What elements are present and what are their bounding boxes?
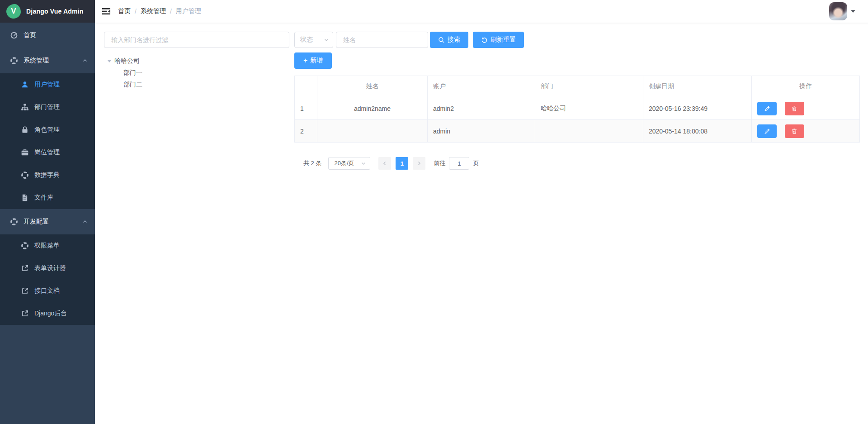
edit-pencil-icon xyxy=(764,128,770,134)
department-filter-input[interactable] xyxy=(104,32,289,48)
logo-letter: V xyxy=(11,7,16,16)
sidebar-item-permission-menu[interactable]: 权限菜单 xyxy=(0,234,95,257)
app-title: Django Vue Admin xyxy=(26,8,84,15)
briefcase-icon xyxy=(21,148,29,157)
chevron-up-icon xyxy=(82,58,88,63)
sidebar-item-label: Django后台 xyxy=(34,310,67,318)
menu-icon xyxy=(21,242,29,250)
breadcrumb-current: 用户管理 xyxy=(176,7,201,15)
sidebar-item-files[interactable]: 文件库 xyxy=(0,186,95,209)
sidebar-item-label: 表单设计器 xyxy=(34,264,66,272)
edit-button[interactable] xyxy=(757,124,777,138)
cell-index: 1 xyxy=(295,97,317,120)
sidebar-item-label: 文件库 xyxy=(34,194,53,202)
external-link-icon xyxy=(21,264,29,272)
goto-page: 前往 页 xyxy=(434,157,479,170)
document-icon xyxy=(21,194,29,202)
user-table-panel: 状态 搜索 刷新重置 + 新增 xyxy=(294,32,860,170)
delete-button[interactable] xyxy=(785,124,804,138)
edit-pencil-icon xyxy=(764,105,770,112)
cell-actions xyxy=(752,120,860,143)
sidebar-item-label: 用户管理 xyxy=(34,81,60,89)
submenu-system: 用户管理 部门管理 角色管理 岗位管理 数据字典 xyxy=(0,73,95,209)
trash-icon xyxy=(791,105,797,112)
next-page-button[interactable] xyxy=(413,157,425,170)
breadcrumb-system[interactable]: 系统管理 xyxy=(141,7,166,15)
cell-index: 2 xyxy=(295,120,317,143)
status-select[interactable]: 状态 xyxy=(294,32,333,48)
breadcrumb: 首页 / 系统管理 / 用户管理 xyxy=(118,7,201,15)
trash-icon xyxy=(791,128,797,134)
cell-created: 2020-05-14 18:00:08 xyxy=(643,120,752,143)
tree-node-root[interactable]: 哈哈公司 xyxy=(104,55,289,67)
sidebar-item-roles[interactable]: 角色管理 xyxy=(0,119,95,141)
add-button-label: 新增 xyxy=(310,57,323,65)
filter-toolbar: 状态 搜索 刷新重置 xyxy=(294,32,860,48)
tree-node-child[interactable]: 部门二 xyxy=(104,79,289,91)
page-number-active[interactable]: 1 xyxy=(396,157,408,170)
sidebar-menu: 首页 系统管理 用户管理 部门管理 角色管理 xyxy=(0,23,95,424)
sidebar-item-django-admin[interactable]: Django后台 xyxy=(0,302,95,325)
breadcrumb-home[interactable]: 首页 xyxy=(118,7,131,15)
delete-button[interactable] xyxy=(785,102,804,115)
chevron-down-icon xyxy=(361,161,366,166)
breadcrumb-separator: / xyxy=(170,8,172,15)
tree-node-child[interactable]: 部门一 xyxy=(104,67,289,79)
sidebar-item-api-docs[interactable]: 接口文档 xyxy=(0,280,95,302)
sidebar-item-form-designer[interactable]: 表单设计器 xyxy=(0,257,95,280)
sidebar-group-system[interactable]: 系统管理 xyxy=(0,48,95,73)
sidebar-group-label: 开发配置 xyxy=(24,218,49,226)
refresh-icon xyxy=(481,37,488,43)
col-header-account: 账户 xyxy=(428,76,535,97)
sidebar-group-devconfig[interactable]: 开发配置 xyxy=(0,209,95,234)
page-content: 哈哈公司 部门一 部门二 状态 xyxy=(95,23,868,424)
vue-logo-icon: V xyxy=(6,4,21,19)
sidebar: V Django Vue Admin 首页 系统管理 用户管理 xyxy=(0,0,95,424)
tree-node-label: 部门二 xyxy=(123,81,142,89)
sidebar-collapse-icon[interactable] xyxy=(102,7,111,16)
table-row: 2 admin 2020-05-14 18:00:08 xyxy=(295,120,860,143)
col-header-index xyxy=(295,76,317,97)
name-filter-input[interactable] xyxy=(336,32,428,48)
caret-down-icon[interactable] xyxy=(851,10,855,13)
tree-node-label: 哈哈公司 xyxy=(114,57,140,65)
external-link-icon xyxy=(21,310,29,318)
refresh-button-label: 刷新重置 xyxy=(491,36,516,44)
sidebar-group-label: 系统管理 xyxy=(24,57,49,65)
sidebar-item-users[interactable]: 用户管理 xyxy=(0,73,95,96)
sidebar-item-label: 权限菜单 xyxy=(34,242,60,250)
tree-node-label: 部门一 xyxy=(123,69,142,77)
table-header-row: 姓名 账户 部门 创建日期 操作 xyxy=(295,76,860,97)
app-window: V Django Vue Admin 首页 系统管理 用户管理 xyxy=(0,0,868,424)
sidebar-item-home[interactable]: 首页 xyxy=(0,23,95,48)
dashboard-icon xyxy=(10,31,18,39)
cell-dept xyxy=(535,120,643,143)
col-header-actions: 操作 xyxy=(752,76,860,97)
goto-page-input[interactable] xyxy=(449,157,469,170)
page-size-select[interactable]: 20条/页 xyxy=(328,157,370,170)
submenu-devconfig: 权限菜单 表单设计器 接口文档 Django后台 xyxy=(0,234,95,325)
chevron-up-icon xyxy=(82,219,88,224)
logo-area[interactable]: V Django Vue Admin xyxy=(0,0,95,23)
refresh-reset-button[interactable]: 刷新重置 xyxy=(473,32,524,48)
prev-page-button[interactable] xyxy=(378,157,391,170)
page-size-value: 20条/页 xyxy=(334,159,354,167)
component-icon xyxy=(10,57,18,65)
tree-expand-icon[interactable] xyxy=(107,60,112,62)
sidebar-item-label: 部门管理 xyxy=(34,103,60,111)
search-button-label: 搜索 xyxy=(448,36,460,44)
cell-account: admin2 xyxy=(428,97,535,120)
external-link-icon xyxy=(21,287,29,295)
sidebar-item-posts[interactable]: 岗位管理 xyxy=(0,141,95,164)
edit-button[interactable] xyxy=(757,102,777,115)
sidebar-item-departments[interactable]: 部门管理 xyxy=(0,96,95,119)
pagination-total: 共 2 条 xyxy=(303,159,321,167)
user-avatar[interactable] xyxy=(829,2,847,20)
search-button[interactable]: 搜索 xyxy=(430,32,468,48)
cell-actions xyxy=(752,97,860,120)
sidebar-item-dictionary[interactable]: 数据字典 xyxy=(0,164,95,186)
add-button[interactable]: + 新增 xyxy=(294,52,332,69)
lock-icon xyxy=(21,126,29,134)
chevron-left-icon xyxy=(382,161,387,166)
component-icon xyxy=(10,218,18,226)
